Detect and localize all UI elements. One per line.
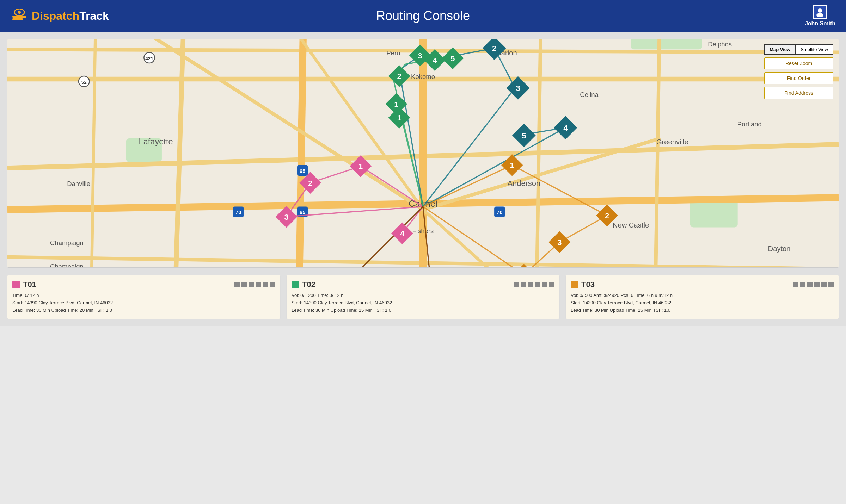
user-name: John Smith [805,20,835,27]
card-info-t01: Time: 0/ 12 h Start: 14390 Clay Terrace … [12,292,275,314]
svg-text:65: 65 [300,209,306,215]
app-header: DispatchTrack Routing Console John Smith [0,0,846,32]
reset-zoom-button[interactable]: Reset Zoom [764,57,833,69]
svg-point-3 [18,11,21,14]
svg-text:2: 2 [308,179,312,188]
card-info-line2-t02: Start: 14390 Clay Terrace Blvd, Carmel, … [292,299,554,307]
route-label-t02: T02 [302,280,315,289]
svg-text:4: 4 [400,229,405,238]
dot6 [270,282,275,287]
svg-text:2: 2 [605,211,609,220]
svg-text:Delphos: Delphos [708,41,732,48]
svg-text:Dayton: Dayton [768,245,791,253]
route-label-t03: T03 [581,280,595,289]
card-info-t02: Vol: 0/ 1200 Time: 0/ 12 h Start: 14390 … [292,292,554,314]
svg-text:Danville: Danville [67,180,90,187]
map-controls: Map View Satellite View Reset Zoom Find … [764,44,833,99]
svg-text:Fishers: Fishers [412,227,434,235]
route-card-t02: T02 Vol: 0/ 1200 Time: 0/ 12 h Start: 14… [286,275,560,319]
svg-text:4: 4 [563,124,568,132]
dot4 [535,282,540,287]
user-area: John Smith [805,5,835,27]
svg-text:5: 5 [450,54,455,63]
svg-text:2: 2 [397,72,401,81]
svg-point-4 [818,8,822,13]
page-title: Routing Console [376,8,470,23]
card-header-t03: T03 [571,280,834,289]
svg-text:Champaign: Champaign [50,239,84,247]
card-info-t03: Vol: 0/ 500 Amt: $24920 Pcs: 6 Time: 6 h… [571,292,834,314]
svg-text:5: 5 [522,131,526,140]
svg-text:70: 70 [235,209,241,215]
svg-text:1: 1 [394,100,398,109]
card-id-t03: T03 [571,280,595,289]
card-dots-t02 [514,282,554,287]
dot5 [263,282,268,287]
dot3 [249,282,254,287]
dot2 [800,282,805,287]
view-toggle: Map View Satellite View [764,44,833,55]
dot1 [793,282,798,287]
route-color-t01 [12,281,20,288]
card-info-line3-t01: Lead Time: 30 Min Upload Time: 20 Min TS… [12,307,275,314]
svg-text:3: 3 [557,238,562,247]
svg-text:3: 3 [284,213,289,222]
svg-text:Lafayette: Lafayette [139,137,173,146]
user-avatar-icon [815,7,824,17]
svg-text:Anderson: Anderson [508,179,541,188]
dot1 [234,282,240,287]
card-header-t01: T01 [12,280,275,289]
route-cards: T01 Time: 0/ 12 h Start: 14390 Clay Terr… [7,275,839,319]
dot3 [807,282,813,287]
map-view-button[interactable]: Map View [765,45,796,54]
svg-text:70: 70 [497,209,503,215]
svg-rect-1 [12,18,23,20]
svg-text:Kokomo: Kokomo [411,73,435,80]
dot4 [256,282,261,287]
svg-rect-7 [631,39,702,49]
svg-text:1: 1 [397,113,401,122]
card-id-t01: T01 [12,280,36,289]
svg-text:1: 1 [358,162,363,171]
route-label-t01: T01 [23,280,36,289]
svg-text:4: 4 [433,56,437,65]
card-info-line1-t02: Vol: 0/ 1200 Time: 0/ 12 h [292,292,554,299]
logo-text: DispatchTrack [32,10,109,23]
route-color-t02 [292,281,299,288]
svg-text:52: 52 [81,80,87,85]
dot6 [828,282,834,287]
dot6 [549,282,554,287]
logo-area: DispatchTrack [11,9,109,23]
logo-icon [11,9,28,23]
route-color-t03 [571,281,578,288]
route-card-t03: T03 Vol: 0/ 500 Amt: $24920 Pcs: 6 Time:… [565,275,839,319]
svg-text:Champaign: Champaign [50,263,84,267]
dot2 [241,282,247,287]
find-order-button[interactable]: Find Order [764,72,833,84]
dot1 [514,282,519,287]
svg-text:Peru: Peru [386,49,400,57]
card-info-line1-t03: Vol: 0/ 500 Amt: $24920 Pcs: 6 Time: 6 h… [571,292,834,299]
card-dots-t01 [234,282,275,287]
svg-text:Greenville: Greenville [656,138,688,146]
card-info-line2-t01: Start: 14390 Clay Terrace Blvd, Carmel, … [12,299,275,307]
svg-text:New Castle: New Castle [613,221,649,229]
svg-text:421: 421 [145,56,153,61]
svg-text:65: 65 [300,168,306,174]
svg-text:Celina: Celina [580,91,599,98]
map-background: 65 65 70 70 52 421 Lafayette Indianapoli… [7,39,839,267]
card-info-line3-t03: Lead Time: 30 Min Upload Time: 15 Min TS… [571,307,834,314]
dot4 [814,282,820,287]
satellite-view-button[interactable]: Satellite View [796,45,833,54]
card-info-line3-t02: Lead Time: 30 Min Upload Time: 15 Min TS… [292,307,554,314]
svg-text:1: 1 [510,161,514,170]
user-icon [813,5,827,19]
svg-text:Indianapolis: Indianapolis [392,265,454,267]
main-content: 65 65 70 70 52 421 Lafayette Indianapoli… [0,32,846,326]
svg-line-17 [298,39,304,267]
map-container: 65 65 70 70 52 421 Lafayette Indianapoli… [7,39,839,268]
svg-text:Portland: Portland [737,120,762,128]
dot3 [528,282,533,287]
svg-text:3: 3 [418,51,422,60]
find-address-button[interactable]: Find Address [764,87,833,99]
